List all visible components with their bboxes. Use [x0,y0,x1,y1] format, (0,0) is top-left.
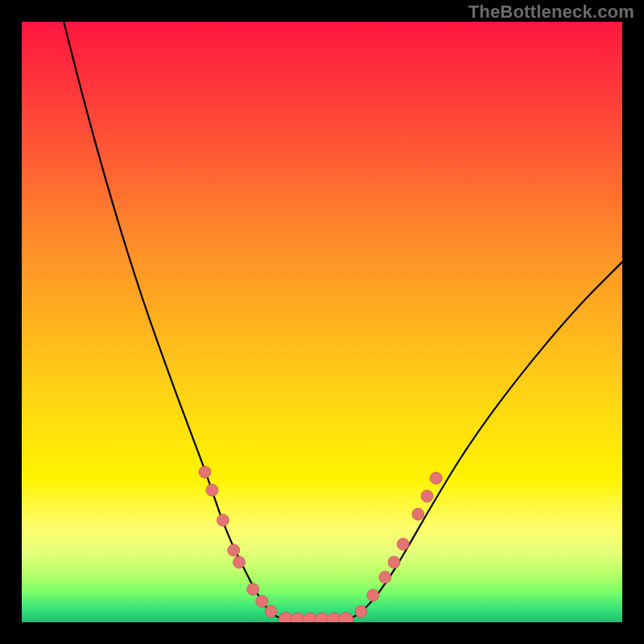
data-dot [247,583,259,595]
data-dot [430,472,442,484]
data-dot [206,484,218,496]
data-dots [199,466,442,622]
plot-area [22,22,622,622]
bottleneck-curve [64,22,622,621]
data-dot [355,605,367,617]
curve-svg [22,22,622,622]
data-dot [339,612,353,622]
data-dot [367,589,379,601]
watermark-text: TheBottleneck.com [469,2,634,23]
data-dot [228,544,240,556]
data-dot [199,466,211,478]
data-dot [233,556,246,568]
data-dot [421,490,433,502]
data-dot [388,556,400,568]
data-dot [217,514,229,526]
data-dot [265,605,277,617]
data-dot [256,595,268,607]
data-dot [412,508,424,520]
chart-frame: TheBottleneck.com [0,0,644,644]
data-dot [379,572,391,584]
data-dot [397,539,409,551]
